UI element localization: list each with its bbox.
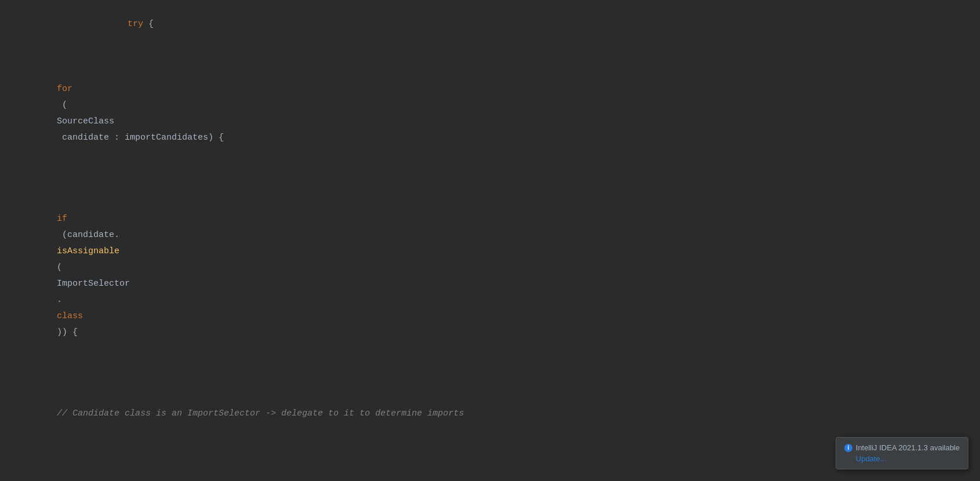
info-icon: i: [844, 444, 852, 452]
notification-update-link[interactable]: Update...: [844, 454, 960, 463]
notification-text: IntelliJ IDEA 2021.1.3 available: [856, 443, 960, 452]
code-line: if (candidate. isAssignable ( ImportSele…: [0, 178, 980, 373]
notification-title: i IntelliJ IDEA 2021.1.3 available: [844, 443, 960, 452]
code-line: try {: [0, 0, 980, 49]
code-editor: try { for ( SourceClass candidate : impo…: [0, 0, 980, 481]
notification-popup: i IntelliJ IDEA 2021.1.3 available Updat…: [836, 437, 968, 469]
code-line: Class <?> candidateClass = candidate. lo…: [0, 454, 980, 481]
code-line: for ( SourceClass candidate : importCand…: [0, 49, 980, 178]
code-content: try { for ( SourceClass candidate : impo…: [0, 0, 980, 481]
code-line: // Candidate class is an ImportSelector …: [0, 373, 980, 454]
